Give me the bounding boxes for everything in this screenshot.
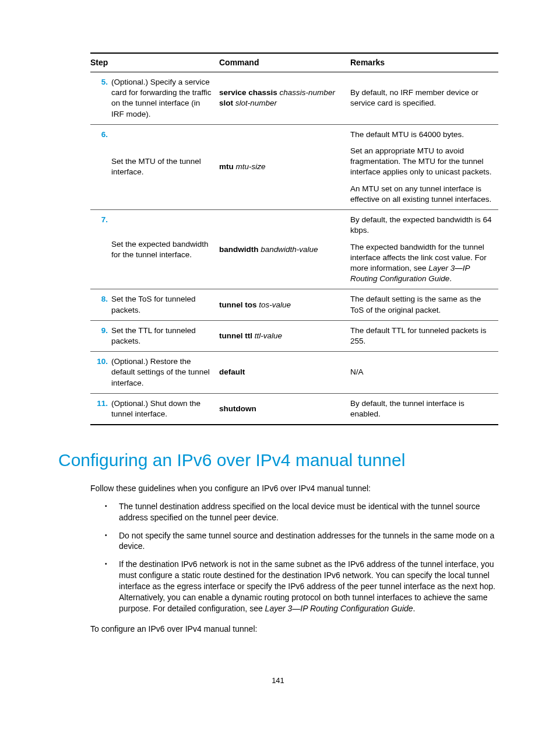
step-remarks: By default, no IRF member device or serv… (350, 72, 498, 124)
outro-paragraph: To configure an IPv6 over IPv4 manual tu… (90, 624, 498, 635)
col-header-remarks: Remarks (350, 53, 498, 72)
table-row: 6. Set the MTU of the tunnel interface. … (90, 124, 498, 209)
step-number: 10. (90, 352, 111, 394)
step-command: tunnel tos tos-value (219, 289, 350, 320)
table-row: 11. (Optional.) Shut down the tunnel int… (90, 393, 498, 425)
step-remarks: By default, the expected bandwidth is 64… (350, 210, 498, 289)
step-description: (Optional.) Specify a service card for f… (111, 72, 219, 124)
table-row: 10. (Optional.) Restore the default sett… (90, 352, 498, 394)
step-command: shutdown (219, 393, 350, 425)
list-item: If the destination IPv6 network is not i… (105, 559, 498, 614)
table-row: 5. (Optional.) Specify a service card fo… (90, 72, 498, 124)
config-steps-table: Step Command Remarks 5. (Optional.) Spec… (90, 52, 498, 425)
step-command: mtu mtu-size (219, 124, 350, 209)
step-remarks: By default, the tunnel interface is enab… (350, 393, 498, 425)
col-header-command: Command (219, 53, 350, 72)
step-remarks: The default MTU is 64000 bytes. Set an a… (350, 124, 498, 209)
step-remarks: The default TTL for tunneled packets is … (350, 320, 498, 351)
step-description: Set the TTL for tunneled packets. (111, 320, 219, 351)
step-remarks: The default setting is the same as the T… (350, 289, 498, 320)
step-command: service chassis chassis-number slot slot… (219, 72, 350, 124)
step-number: 11. (90, 393, 111, 425)
col-header-step: Step (90, 53, 219, 72)
step-remarks: N/A (350, 352, 498, 394)
table-row: 7. Set the expected bandwidth for the tu… (90, 210, 498, 289)
intro-paragraph: Follow these guidelines when you configu… (90, 483, 498, 494)
step-number: 9. (90, 320, 111, 351)
step-description: (Optional.) Shut down the tunnel interfa… (111, 393, 219, 425)
step-description: (Optional.) Restore the default settings… (111, 352, 219, 394)
step-description: Set the expected bandwidth for the tunne… (111, 210, 219, 289)
step-number: 6. (90, 124, 111, 209)
step-number: 7. (90, 210, 111, 289)
table-row: 9. Set the TTL for tunneled packets. tun… (90, 320, 498, 351)
step-command: bandwidth bandwidth-value (219, 210, 350, 289)
list-item: Do not specify the same tunnel source an… (105, 530, 498, 552)
step-description: Set the MTU of the tunnel interface. (111, 124, 219, 209)
step-command: tunnel ttl ttl-value (219, 320, 350, 351)
step-number: 8. (90, 289, 111, 320)
guidelines-list: The tunnel destination address specified… (105, 501, 498, 614)
step-description: Set the ToS for tunneled packets. (111, 289, 219, 320)
section-heading: Configuring an IPv6 over IPv4 manual tun… (58, 449, 498, 473)
table-row: 8. Set the ToS for tunneled packets. tun… (90, 289, 498, 320)
step-command: default (219, 352, 350, 394)
page-number: 141 (58, 676, 498, 686)
step-number: 5. (90, 72, 111, 124)
list-item: The tunnel destination address specified… (105, 501, 498, 523)
